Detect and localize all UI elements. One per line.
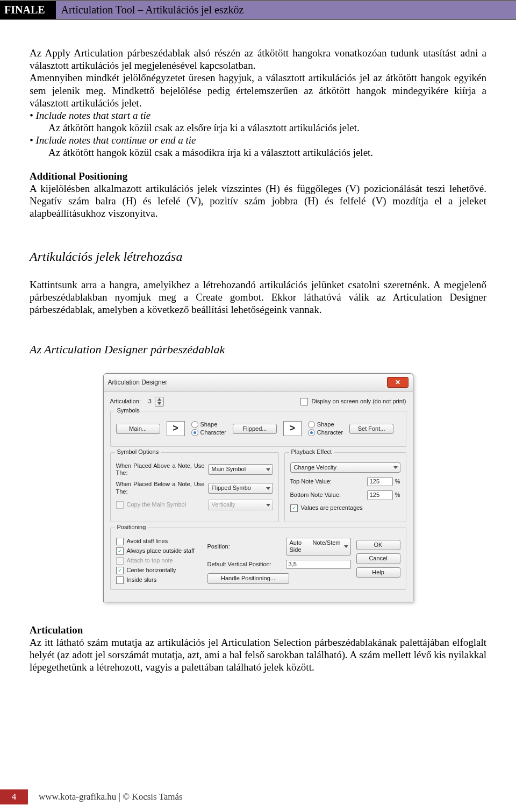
playback-effect-group: Playback Effect Change Velocity Top Note… (284, 452, 406, 522)
close-icon: ✕ (395, 379, 400, 386)
radio-icon (308, 429, 315, 436)
header-title: Articulation Tool – Artikulációs jel esz… (56, 1, 249, 19)
set-font-button[interactable]: Set Font... (349, 424, 393, 434)
section-heading: Artikulációs jelek létrehozása (30, 249, 486, 265)
page-number: 4 (0, 789, 28, 804)
copy-main-checkbox[interactable]: Copy the Main Symbol (116, 501, 187, 509)
bullet-desc: Az átkötött hangok közül csak a másodikr… (48, 146, 486, 159)
display-only-checkbox[interactable]: Display on screen only (do not print) (300, 398, 406, 405)
articulation-stepper[interactable] (155, 397, 164, 407)
page-footer: 4 www.kota-grafika.hu | © Kocsis Tamás (0, 789, 183, 804)
footer-text: www.kota-grafika.hu | © Kocsis Tamás (39, 792, 183, 802)
default-vertical-input[interactable]: 3,5 (286, 560, 351, 569)
below-combo[interactable]: Flipped Symbo (208, 483, 273, 493)
paragraph: Amennyiben mindkét jelölőnégyzetet ürese… (30, 72, 486, 109)
flipped-button[interactable]: Flipped... (233, 424, 277, 434)
checkbox-icon (290, 504, 298, 512)
inside-slurs-checkbox[interactable]: Inside slurs (116, 576, 202, 584)
symbols-group: Symbols Main... > Shape Character Flippe… (110, 411, 406, 447)
values-percentages-checkbox[interactable]: Values are percentages (290, 504, 400, 512)
paragraph: Kattintsunk arra a hangra, amelyikhez a … (30, 279, 486, 316)
checkbox-icon (116, 557, 124, 565)
cancel-button[interactable]: Cancel (356, 553, 400, 564)
top-note-value[interactable]: 125 (367, 477, 393, 486)
avoid-staff-checkbox[interactable]: Avoid staff lines (116, 538, 202, 545)
always-outside-checkbox[interactable]: Always place outside staff (116, 547, 202, 555)
page-header: FINALE Articulation Tool – Artikulációs … (0, 0, 516, 20)
group-label: Symbol Options (115, 448, 161, 455)
checkbox-icon (116, 567, 124, 574)
section-heading: Additional Positioning (30, 170, 127, 182)
checkbox-icon (116, 576, 124, 584)
position-combo[interactable]: Auto Note/Stem Side (286, 538, 351, 555)
articulation-designer-dialog: Articulation Designer ✕ Articulation: 3 (103, 373, 413, 602)
chevron-down-icon (155, 402, 163, 406)
character-radio[interactable]: Character (308, 429, 343, 436)
main-glyph: > (167, 421, 185, 436)
bullet-desc: Az átkötött hangok közül csak az elsőre … (48, 122, 486, 134)
group-label: Playback Effect (289, 448, 334, 455)
flipped-glyph: > (283, 421, 302, 436)
group-label: Positioning (115, 524, 148, 531)
articulation-value: 3 (144, 398, 152, 405)
radio-icon (191, 421, 198, 428)
ok-button[interactable]: OK (356, 540, 400, 550)
handle-positioning-button[interactable]: Handle Positioning... (207, 573, 289, 583)
attach-top-checkbox[interactable]: Attach to top note (116, 557, 202, 565)
bullet-italic: • Include notes that start a tie (30, 110, 150, 121)
group-label: Symbols (115, 407, 142, 414)
symbol-options-group: Symbol Options When Placed Above a Note,… (110, 452, 279, 522)
bottom-note-value[interactable]: 125 (367, 490, 393, 500)
radio-icon (191, 429, 198, 436)
checkbox-icon (116, 538, 124, 545)
document-body: Az Apply Articulation párbeszédablak als… (0, 20, 516, 674)
dialog-titlebar: Articulation Designer ✕ (104, 374, 413, 391)
help-button[interactable]: Help (356, 567, 400, 578)
dialog-title: Articulation Designer (108, 379, 168, 387)
paragraph: Az Apply Articulation párbeszédablak als… (30, 47, 486, 72)
radio-icon (308, 421, 315, 428)
paragraph: A kijelölésben alkalmazott artikulációs … (30, 183, 486, 219)
section-heading: Az Articulation Designer párbeszédablak (30, 343, 486, 357)
close-button[interactable]: ✕ (387, 377, 408, 388)
character-radio[interactable]: Character (191, 429, 226, 436)
chevron-up-icon (155, 397, 163, 402)
shape-radio[interactable]: Shape (191, 421, 226, 428)
center-horiz-checkbox[interactable]: Center horizontally (116, 567, 202, 574)
checkbox-icon (116, 547, 124, 555)
checkbox-icon (116, 501, 124, 509)
section-heading: Articulation (30, 624, 83, 636)
playback-effect-combo[interactable]: Change Velocity (290, 462, 400, 473)
header-brand: FINALE (0, 1, 56, 19)
positioning-group: Positioning Avoid staff lines Always pla… (110, 528, 406, 590)
checkbox-icon (300, 398, 308, 405)
main-button[interactable]: Main... (116, 424, 160, 434)
paragraph: Az itt látható szám mutatja az artikulác… (30, 637, 486, 673)
bullet-italic: • Include notes that continue or end a t… (30, 134, 196, 146)
above-combo[interactable]: Main Symbol (208, 464, 273, 474)
shape-radio[interactable]: Shape (308, 421, 343, 428)
copy-orientation-combo: Vertically (208, 500, 273, 510)
articulation-label: Articulation: (110, 398, 141, 405)
